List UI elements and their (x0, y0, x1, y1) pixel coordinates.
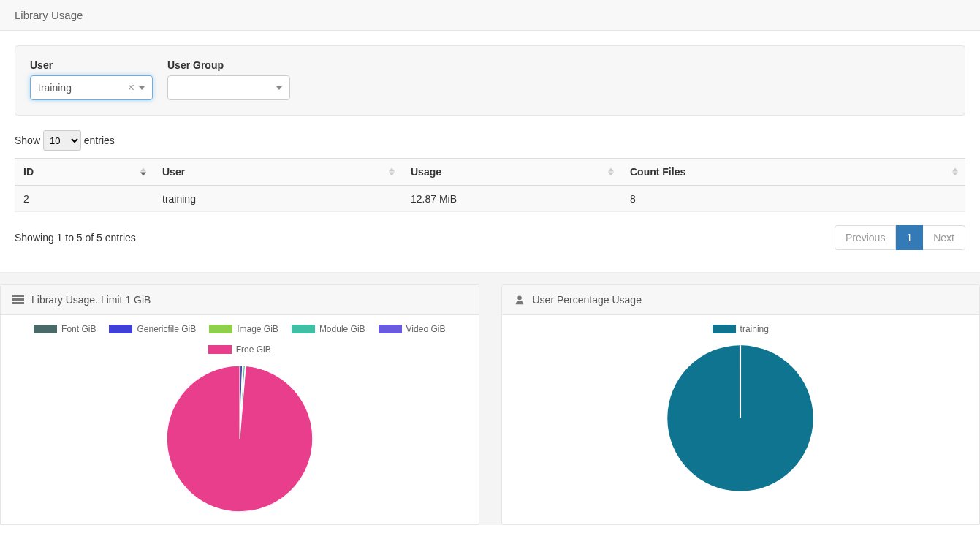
legend-swatch (209, 325, 232, 333)
col-user-label: User (162, 166, 185, 178)
page-title: Library Usage (0, 0, 980, 31)
user-icon (514, 295, 525, 305)
legend-item[interactable]: Video GiB (379, 324, 446, 334)
legend-item[interactable]: Image GiB (209, 324, 278, 334)
chevron-down-icon (276, 86, 282, 90)
legend-swatch (292, 325, 315, 333)
legend-item[interactable]: training (713, 324, 769, 334)
chart-library-usage: Library Usage. Limit 1 GiB Font GiBGener… (0, 284, 479, 525)
cell-id: 2 (15, 186, 153, 212)
legend-label: Genericfile GiB (137, 324, 196, 334)
col-id[interactable]: ID (15, 159, 153, 186)
legend-swatch (208, 345, 232, 354)
entries-label: entries (84, 135, 115, 146)
svg-rect-1 (12, 298, 24, 301)
pagination: Previous 1 Next (835, 225, 965, 250)
table-footer: Showing 1 to 5 of 5 entries Previous 1 N… (0, 212, 980, 272)
chart-library-usage-header: Library Usage. Limit 1 GiB (1, 285, 479, 315)
legend-item[interactable]: Font GiB (34, 324, 96, 334)
sort-icon (952, 168, 958, 176)
col-id-label: ID (23, 166, 34, 178)
legend-item[interactable]: Module GiB (292, 324, 365, 334)
filter-panel: User training × User Group (15, 45, 965, 116)
col-usage[interactable]: Usage (402, 159, 621, 186)
page-size-select[interactable]: 102550100 (43, 130, 81, 151)
pagination-prev[interactable]: Previous (835, 225, 896, 250)
legend-label: Font GiB (61, 324, 96, 334)
chart-library-usage-legend: Font GiBGenericfile GiBImage GiBModule G… (12, 324, 467, 355)
legend-label: Image GiB (237, 324, 278, 334)
svg-rect-0 (12, 295, 24, 297)
cell-usage: 12.87 MiB (402, 186, 621, 212)
chevron-down-icon (139, 86, 145, 90)
cell-count: 8 (621, 186, 965, 212)
chart-library-usage-title: Library Usage. Limit 1 GiB (31, 294, 151, 306)
chart-user-percentage-pie (660, 341, 821, 495)
legend-swatch (109, 325, 132, 333)
col-count[interactable]: Count Files (621, 159, 965, 186)
charts-row: Library Usage. Limit 1 GiB Font GiBGener… (0, 272, 980, 525)
legend-swatch (713, 325, 736, 333)
legend-label: Module GiB (319, 324, 365, 334)
svg-rect-2 (12, 302, 24, 304)
bars-icon (12, 295, 24, 305)
user-filter-group: User training × (30, 59, 153, 100)
user-group-select[interactable] (167, 75, 290, 100)
legend-item[interactable]: Genericfile GiB (109, 324, 196, 334)
usage-table: ID User Usage Count Files 2training12.87… (15, 158, 965, 212)
legend-label: Free GiB (236, 344, 271, 355)
show-label: Show (15, 135, 40, 146)
col-count-label: Count Files (630, 166, 685, 178)
user-select-clear-icon[interactable]: × (128, 81, 134, 94)
chart-user-percentage: User Percentage Usage training (501, 284, 981, 525)
legend-item[interactable]: Free GiB (208, 344, 271, 355)
sort-icon (389, 168, 395, 176)
chart-user-percentage-legend: training (514, 324, 968, 334)
legend-label: Video GiB (406, 324, 446, 334)
legend-label: training (740, 324, 769, 334)
user-filter-label: User (30, 59, 153, 71)
chart-library-usage-pie (159, 362, 320, 516)
table-row: 2training12.87 MiB8 (15, 186, 965, 212)
user-select-value: training (38, 82, 128, 94)
user-group-filter-label: User Group (167, 59, 290, 71)
pagination-page-1[interactable]: 1 (896, 225, 923, 250)
legend-swatch (34, 325, 57, 333)
col-usage-label: Usage (411, 166, 441, 178)
user-group-filter-group: User Group (167, 59, 290, 100)
table-length-control: Show 102550100 entries (0, 130, 980, 158)
col-user[interactable]: User (153, 159, 402, 186)
chart-user-percentage-title: User Percentage Usage (533, 294, 642, 306)
sort-icon (140, 168, 146, 176)
user-select[interactable]: training × (30, 75, 153, 100)
table-info: Showing 1 to 5 of 5 entries (15, 232, 136, 244)
legend-swatch (379, 325, 402, 333)
cell-user: training (153, 186, 402, 212)
sort-icon (608, 168, 614, 176)
svg-point-3 (517, 296, 522, 301)
pagination-next[interactable]: Next (923, 225, 965, 250)
chart-user-percentage-header: User Percentage Usage (502, 285, 980, 315)
